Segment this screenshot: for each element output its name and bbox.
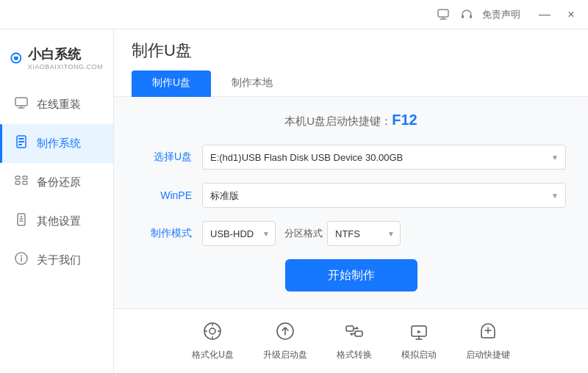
winpe-select-label: WinPE bbox=[136, 189, 202, 201]
sidebar-item-label: 备份还原 bbox=[37, 175, 81, 189]
title-bar-right: 免责声明 — × bbox=[435, 5, 581, 24]
logo-area: 小白系统 XIAOBAIXITONG.COM bbox=[0, 37, 113, 85]
online-reinstall-icon bbox=[13, 95, 29, 114]
sidebar-item-backup-restore[interactable]: 备份还原 bbox=[0, 163, 113, 202]
mode-select[interactable]: USB-HDD USB-ZIP USB-FDD bbox=[202, 221, 276, 246]
bottom-toolbar: 格式化U盘 升级启动盘 bbox=[114, 308, 588, 373]
active-indicator bbox=[0, 124, 2, 163]
other-settings-icon bbox=[13, 212, 29, 231]
partition-select[interactable]: NTFS FAT32 exFAT bbox=[327, 221, 401, 246]
logo-icon bbox=[10, 43, 22, 73]
user-icon[interactable] bbox=[435, 7, 451, 23]
tabs: 制作U盘 制作本地 bbox=[132, 70, 570, 96]
sidebar-item-label: 关于我们 bbox=[37, 253, 81, 267]
format-convert-label: 格式转换 bbox=[337, 349, 372, 361]
content-area: 制作U盘 制作U盘 制作本地 本机U盘启动快捷键：F12 选择U盘 E:(hd1… bbox=[114, 29, 588, 373]
bottom-tool-boot-shortcut[interactable]: 启动快捷键 bbox=[466, 321, 510, 361]
sidebar-item-label: 其他设置 bbox=[37, 214, 81, 228]
winpe-select-wrapper: 标准版 高级版 ▼ bbox=[202, 183, 566, 208]
content-header: 制作U盘 制作U盘 制作本地 bbox=[114, 29, 588, 97]
svg-rect-11 bbox=[18, 144, 22, 145]
app-body: 小白系统 XIAOBAIXITONG.COM 在线重装 bbox=[0, 29, 588, 373]
svg-rect-15 bbox=[23, 181, 27, 184]
svg-rect-23 bbox=[346, 326, 354, 331]
svg-rect-16 bbox=[18, 214, 25, 225]
svg-point-19 bbox=[21, 256, 22, 257]
svg-rect-0 bbox=[438, 10, 448, 17]
svg-point-21 bbox=[209, 328, 215, 334]
sidebar-item-label: 制作系统 bbox=[37, 137, 81, 151]
sidebar-item-make-system[interactable]: 制作系统 bbox=[0, 124, 113, 163]
boot-shortcut-icon bbox=[478, 321, 498, 344]
svg-rect-9 bbox=[18, 138, 24, 140]
upgrade-boot-icon bbox=[275, 321, 295, 344]
svg-rect-12 bbox=[15, 176, 20, 179]
about-us-icon bbox=[13, 251, 29, 269]
mode-select-group: USB-HDD USB-ZIP USB-FDD ▼ 分区格式 NTFS FAT3… bbox=[202, 221, 566, 246]
partition-select-wrapper: NTFS FAT32 exFAT ▼ bbox=[327, 221, 401, 246]
headset-icon[interactable] bbox=[459, 7, 475, 23]
mode-label: 制作模式 bbox=[136, 227, 202, 240]
shortcut-hint-text: 本机U盘启动快捷键： bbox=[284, 115, 392, 127]
svg-rect-24 bbox=[355, 331, 362, 336]
svg-rect-13 bbox=[15, 181, 20, 184]
bottom-tool-simulate-boot[interactable]: 模拟启动 bbox=[401, 321, 437, 361]
simulate-boot-label: 模拟启动 bbox=[401, 349, 437, 361]
page-title: 制作U盘 bbox=[132, 40, 570, 62]
usb-select-wrapper: E:(hd1)USB Flash Disk USB Device 30.00GB… bbox=[202, 145, 566, 170]
mode-row: 制作模式 USB-HDD USB-ZIP USB-FDD ▼ 分区格式 bbox=[136, 221, 566, 246]
winpe-select[interactable]: 标准版 高级版 bbox=[202, 183, 566, 208]
make-system-icon bbox=[13, 134, 29, 153]
logo-subtitle: XIAOBAIXITONG.COM bbox=[28, 63, 103, 70]
svg-rect-10 bbox=[18, 141, 24, 142]
minimize-button[interactable]: — bbox=[535, 5, 554, 24]
svg-point-6 bbox=[15, 55, 17, 57]
mode-select-wrapper: USB-HDD USB-ZIP USB-FDD ▼ bbox=[202, 221, 276, 246]
svg-rect-2 bbox=[470, 15, 472, 18]
svg-point-17 bbox=[21, 216, 22, 217]
logo-title: 小白系统 bbox=[28, 46, 103, 63]
free-label[interactable]: 免责声明 bbox=[482, 8, 520, 21]
close-button[interactable]: × bbox=[562, 5, 581, 24]
usb-select-row: 选择U盘 E:(hd1)USB Flash Disk USB Device 30… bbox=[136, 145, 566, 170]
format-usb-label: 格式化U盘 bbox=[192, 349, 234, 361]
backup-restore-icon bbox=[13, 173, 29, 192]
tab-make-local[interactable]: 制作本地 bbox=[211, 70, 293, 97]
partition-label: 分区格式 bbox=[284, 227, 323, 240]
format-convert-icon bbox=[344, 321, 365, 344]
usb-select-label: 选择U盘 bbox=[136, 151, 202, 164]
start-button[interactable]: 开始制作 bbox=[285, 259, 417, 291]
bottom-tool-format-usb[interactable]: 格式化U盘 bbox=[192, 321, 234, 361]
bottom-tool-upgrade-boot[interactable]: 升级启动盘 bbox=[263, 321, 307, 361]
svg-rect-14 bbox=[23, 176, 27, 179]
simulate-boot-icon bbox=[409, 321, 429, 344]
shortcut-hint: 本机U盘启动快捷键：F12 bbox=[136, 112, 566, 128]
boot-shortcut-label: 启动快捷键 bbox=[466, 349, 510, 361]
bottom-tool-format-convert[interactable]: 格式转换 bbox=[337, 321, 372, 361]
upgrade-boot-label: 升级启动盘 bbox=[263, 349, 307, 361]
svg-rect-1 bbox=[462, 15, 464, 18]
sidebar-item-label: 在线重装 bbox=[37, 98, 81, 112]
format-usb-icon bbox=[202, 321, 223, 344]
winpe-select-row: WinPE 标准版 高级版 ▼ bbox=[136, 183, 566, 208]
title-bar: 免责声明 — × bbox=[0, 0, 588, 29]
partition-format-item: 分区格式 NTFS FAT32 exFAT ▼ bbox=[284, 221, 401, 246]
logo-text-area: 小白系统 XIAOBAIXITONG.COM bbox=[28, 46, 103, 70]
sidebar-item-online-reinstall[interactable]: 在线重装 bbox=[0, 85, 113, 124]
form-content: 本机U盘启动快捷键：F12 选择U盘 E:(hd1)USB Flash Disk… bbox=[114, 97, 588, 308]
sidebar-item-about-us[interactable]: 关于我们 bbox=[0, 241, 113, 280]
tab-make-usb[interactable]: 制作U盘 bbox=[132, 70, 211, 97]
sidebar: 小白系统 XIAOBAIXITONG.COM 在线重装 bbox=[0, 29, 114, 373]
shortcut-key: F12 bbox=[392, 112, 417, 128]
svg-rect-7 bbox=[15, 98, 27, 106]
usb-select[interactable]: E:(hd1)USB Flash Disk USB Device 30.00GB bbox=[202, 145, 566, 170]
sidebar-item-other-settings[interactable]: 其他设置 bbox=[0, 202, 113, 241]
